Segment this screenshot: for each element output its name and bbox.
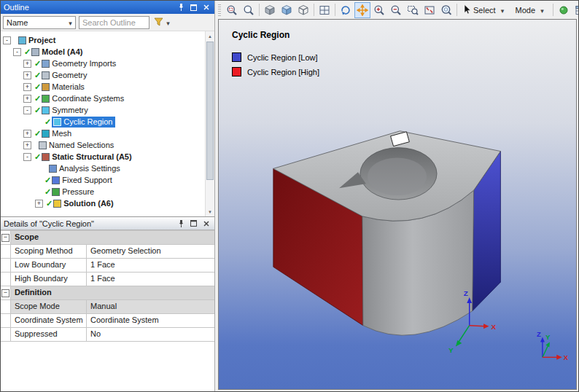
check-icon [24,47,31,57]
iso-view-icon[interactable] [262,2,278,18]
tree-item-geometry[interactable]: + Geometry [1,69,205,81]
zoom-fit-icon[interactable] [421,2,438,18]
scroll-down-icon[interactable] [206,207,214,216]
tree-item-model[interactable]: - Model (A4) [1,46,205,58]
search-input[interactable] [79,16,149,29]
snap-icon[interactable] [556,2,572,18]
collapse-icon[interactable] [1,234,9,242]
check-icon [34,106,41,115]
gutter-cell [1,273,11,286]
details-value[interactable]: No [87,328,214,341]
outline-titlebar[interactable]: Outline [1,1,214,14]
tree-item-named-selections[interactable]: + Named Selections [1,139,205,151]
tree-item-geometry-imports[interactable]: + Geometry Imports [1,58,205,69]
details-row-coordinate-system: Coordinate System Coordinate System [1,314,214,328]
expander-icon[interactable]: + [23,60,31,68]
spacer [35,177,42,184]
graphics-viewport[interactable]: Z Y X Z Y X Cyclic Region [218,19,577,390]
magnifier-icon[interactable] [438,2,454,18]
rotate-icon[interactable] [338,2,354,18]
model-body[interactable] [273,131,501,335]
tree-scrollbar[interactable] [205,31,214,216]
tree-item-mesh[interactable]: + Mesh [1,128,205,139]
check-icon [46,199,53,208]
details-panel: Details of "Cyclic Region" Scope Scoping… [1,216,215,391]
details-section-definition[interactable]: Definition [1,286,214,300]
selection-highlight: Cyclic Region [52,117,115,128]
symmetry-icon [42,106,50,114]
tree-item-analysis-settings[interactable]: Analysis Settings [1,162,205,174]
gutter-cell [1,328,11,341]
expander-icon[interactable]: + [23,83,31,91]
tree-item-project[interactable]: - Project [1,34,205,46]
spacer [35,119,42,125]
details-value[interactable]: Coordinate System [87,314,214,327]
expander-icon[interactable]: - [13,48,21,56]
details-titlebar[interactable]: Details of "Cyclic Region" [1,217,214,230]
collapse-icon[interactable] [1,289,9,297]
check-icon [34,129,41,138]
expander-icon[interactable]: + [23,130,31,138]
tree-item-coordinate-systems[interactable]: + Coordinate Systems [1,93,205,104]
tree-item-pressure[interactable]: Pressure [1,186,205,197]
legend-swatch-low [232,52,241,62]
project-icon [18,36,26,44]
triad-z-label: Z [464,289,468,297]
toolbar-drag-handle[interactable] [218,4,221,16]
zoom-box-icon[interactable] [224,2,240,18]
zoom-icon[interactable] [241,2,257,18]
details-value[interactable]: 1 Face [87,273,214,286]
outline-panel: Outline Name [1,1,215,216]
materials-icon [42,83,50,91]
scrollbar-thumb[interactable] [206,42,214,180]
pin-icon[interactable] [176,219,187,229]
tree-item-static-structural[interactable]: - Static Structural (A5) [1,151,205,162]
expander-icon[interactable]: + [23,71,31,79]
expander-icon[interactable]: - [23,106,31,114]
tree-item-cyclic-region[interactable]: Cyclic Region [1,116,205,128]
expander-icon[interactable]: + [35,200,43,208]
close-icon[interactable] [201,2,211,12]
scroll-up-icon[interactable] [206,31,214,41]
outline-filter-row: Name [1,14,214,31]
worksheet-icon[interactable] [572,2,579,18]
details-label: Scope Mode [11,300,87,313]
maximize-icon[interactable] [188,219,199,229]
zoom-in-icon[interactable] [371,2,387,18]
mode-button[interactable]: Mode [512,3,551,17]
details-value[interactable]: 1 Face [87,259,214,272]
expander-icon[interactable]: - [3,36,11,44]
details-section-scope[interactable]: Scope [1,231,214,245]
analysis-settings-icon [49,165,57,173]
expander-icon[interactable]: + [23,141,31,149]
chevron-down-icon [163,18,173,27]
fixed-support-icon [52,176,60,184]
close-icon[interactable] [201,219,211,229]
wireframe-view-icon[interactable] [295,2,311,18]
tree-item-fixed-support[interactable]: Fixed Support [1,174,205,186]
expander-icon[interactable]: - [23,153,31,161]
select-button[interactable]: Select [459,3,511,17]
expander-icon[interactable]: + [23,95,31,103]
tree-item-solution[interactable]: + Solution (A6) [1,197,205,209]
pin-icon[interactable] [176,2,187,12]
tree-item-materials[interactable]: + Materials [1,81,205,93]
tree-item-symmetry[interactable]: - Symmetry [1,104,205,116]
pan-icon[interactable] [354,2,370,18]
check-icon [34,59,41,68]
details-value[interactable]: Manual [87,300,214,313]
tree-item-label: Fixed Support [62,176,112,184]
viewports-icon[interactable] [316,2,333,18]
check-icon [34,94,41,103]
zoom-window-icon[interactable] [405,2,421,18]
shaded-view-icon[interactable] [279,2,295,18]
zoom-out-icon[interactable] [388,2,404,18]
filter-button[interactable] [152,17,174,28]
gutter-cell [1,245,11,258]
details-value[interactable]: Geometry Selection [87,245,214,258]
orientation-triad[interactable]: Z Y X [537,330,569,362]
combo-value: Name [7,18,66,27]
filter-type-combo[interactable]: Name [3,16,76,29]
maximize-icon[interactable] [188,2,199,12]
check-icon [34,71,41,80]
